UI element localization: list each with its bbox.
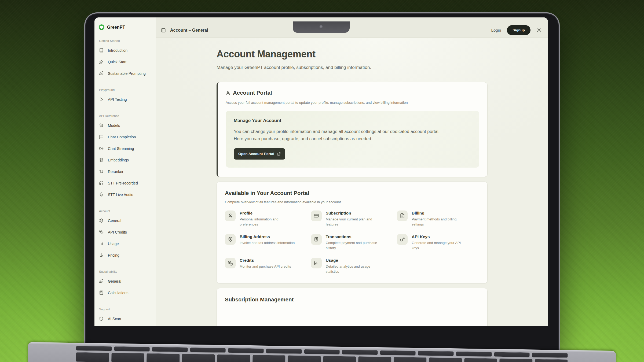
radio-icon xyxy=(99,146,104,151)
sidebar: GreenPT Getting StartedIntroductionQuick… xyxy=(94,17,156,326)
sidebar-item-api-credits[interactable]: API Credits xyxy=(98,226,153,238)
brand-name: GreenPT xyxy=(107,25,125,30)
sidebar-item-sustainable-prompting[interactable]: Sustainable Prompting xyxy=(98,68,153,79)
signup-button[interactable]: Signup xyxy=(507,25,530,35)
sidebar-item-label: STT Live Audio xyxy=(108,193,133,197)
sidebar-item-models[interactable]: Models xyxy=(98,120,153,131)
sidebar-section-label: API Reference xyxy=(98,114,153,117)
open-account-portal-button[interactable]: Open Account Portal xyxy=(234,148,285,160)
desktop-background: GreenPT Getting StartedIntroductionQuick… xyxy=(0,0,644,362)
account-portal-title: Account Portal xyxy=(233,90,272,96)
sidebar-item-label: Chat Completion xyxy=(108,135,136,139)
sidebar-section-playground: PlaygroundAPI Testing xyxy=(98,88,153,105)
brand-logo[interactable]: GreenPT xyxy=(98,24,153,30)
feature-title: Transactions xyxy=(326,234,381,239)
credit-card-icon xyxy=(311,210,322,221)
keyboard-key xyxy=(190,348,226,353)
sidebar-item-ai-scan[interactable]: AI Scan xyxy=(98,313,153,324)
arrow-up-down-icon xyxy=(99,169,104,174)
sidebar-item-label: Embeddings xyxy=(108,158,129,162)
feature-billing: BillingPayment methods and billing setti… xyxy=(397,210,479,227)
sidebar-item-pricing[interactable]: Pricing xyxy=(98,249,153,261)
feature-transactions: TransactionsComplete payment and purchas… xyxy=(311,234,393,250)
sidebar-item-stt-live-audio[interactable]: STT Live Audio xyxy=(98,189,153,200)
sidebar-item-general[interactable]: General xyxy=(98,215,153,226)
sidebar-item-introduction[interactable]: Introduction xyxy=(98,45,153,56)
sidebar-item-label: Sustainable Prompting xyxy=(108,71,146,76)
key-icon xyxy=(397,234,408,245)
keyboard-key xyxy=(152,347,188,352)
theme-toggle-icon[interactable] xyxy=(536,28,541,33)
sidebar-item-chat-streaming[interactable]: Chat Streaming xyxy=(98,143,153,154)
headphones-icon xyxy=(99,181,104,185)
sidebar-item-embeddings[interactable]: Embeddings xyxy=(98,154,153,166)
sidebar-item-chat-completion[interactable]: Chat Completion xyxy=(98,131,153,143)
keyboard-key xyxy=(217,354,250,362)
feature-title: Billing Address xyxy=(240,234,295,239)
feature-title: Credits xyxy=(240,258,291,263)
sidebar-item-label: STT Pre-recorded xyxy=(108,181,138,185)
feature-title: Billing xyxy=(412,211,467,216)
keyboard-key xyxy=(76,352,109,362)
user-icon xyxy=(226,90,230,95)
keyboard-key xyxy=(494,352,530,357)
sidebar-section-sustainability: SustainabilityGeneralCalculations xyxy=(98,270,153,298)
keyboard-key xyxy=(323,356,356,362)
sidebar-item-stt-pre-recorded[interactable]: STT Pre-recorded xyxy=(98,177,153,189)
feature-title: API Keys xyxy=(412,234,467,239)
subscription-management-card: Subscription Management xyxy=(217,288,488,326)
keyboard-key xyxy=(532,353,568,358)
file-text-icon xyxy=(397,210,408,221)
keyboard-key xyxy=(182,354,215,362)
sidebar-item-usage[interactable]: Usage xyxy=(98,238,153,249)
sidebar-item-general[interactable]: General xyxy=(98,275,153,287)
account-portal-card: Account Portal Access your full account … xyxy=(217,82,488,177)
login-link[interactable]: Login xyxy=(491,28,501,32)
keyboard-key xyxy=(380,350,416,355)
topbar-actions: Login Signup xyxy=(491,25,541,35)
topbar: Account – General Login Signup xyxy=(156,17,548,38)
keyboard-key xyxy=(358,356,391,362)
feature-title: Subscription xyxy=(326,211,381,216)
keyboard-key xyxy=(288,355,321,362)
greenpt-logo-icon xyxy=(99,24,104,30)
sidebar-item-label: Models xyxy=(108,123,120,128)
sidebar-section-account: AccountGeneralAPI CreditsUsagePricing xyxy=(98,209,153,261)
keyboard-key xyxy=(266,349,302,354)
shield-icon xyxy=(99,316,104,321)
camera-notch xyxy=(293,21,350,33)
bar-chart-icon xyxy=(99,241,104,246)
keyboard-key xyxy=(429,357,462,362)
sidebar-item-label: Calculations xyxy=(108,291,128,295)
map-pin-icon xyxy=(225,234,236,245)
feature-credits: CreditsMonitor and purchase API credits xyxy=(225,258,307,274)
feature-subscription: SubscriptionManage your current plan and… xyxy=(311,210,393,227)
portal-features-card: Available in Your Account Portal Complet… xyxy=(217,182,488,284)
main-column: Account – General Login Signup Account M… xyxy=(156,17,548,326)
manage-account-panel: Manage Your Account You can change your … xyxy=(226,111,479,168)
feature-title: Profile xyxy=(240,211,295,216)
feature-usage: UsageDetailed analytics and usage statis… xyxy=(311,258,393,274)
feature-billing-address: Billing AddressInvoice and tax address i… xyxy=(225,234,307,250)
play-icon xyxy=(99,97,104,102)
features-title: Available in Your Account Portal xyxy=(225,190,479,196)
sidebar-item-reranker[interactable]: Reranker xyxy=(98,166,153,177)
sidebar-item-label: Pricing xyxy=(108,253,119,257)
sidebar-item-quick-start[interactable]: Quick Start xyxy=(98,56,153,68)
coins-icon xyxy=(225,258,236,268)
sidebar-toggle-icon[interactable] xyxy=(161,28,166,33)
features-subtitle: Complete overview of all features and in… xyxy=(225,200,479,204)
sidebar-item-label: Reranker xyxy=(108,169,123,174)
leaf-icon xyxy=(99,279,104,283)
sidebar-item-api-testing[interactable]: API Testing xyxy=(98,94,153,105)
sidebar-item-label: General xyxy=(108,279,121,283)
keyboard-key xyxy=(114,346,150,352)
sidebar-item-label: Chat Streaming xyxy=(108,146,134,151)
page-subtitle: Manage your GreenPT account profile, sub… xyxy=(217,65,488,70)
sidebar-item-calculations[interactable]: Calculations xyxy=(98,287,153,298)
sidebar-item-label: AI Scan xyxy=(108,317,121,321)
keyboard-key xyxy=(111,353,144,362)
manage-account-body: You can change your profile information … xyxy=(234,128,440,143)
subscription-management-title: Subscription Management xyxy=(225,296,479,303)
sidebar-item-label: Introduction xyxy=(108,48,127,53)
